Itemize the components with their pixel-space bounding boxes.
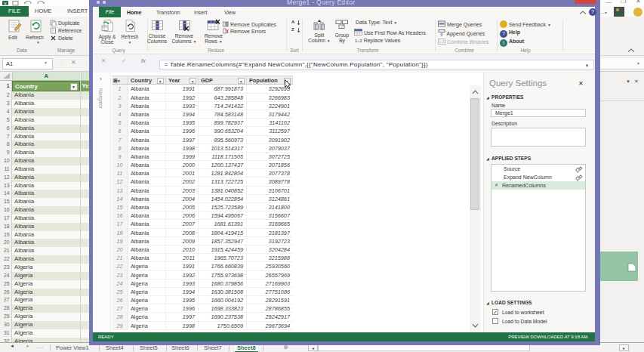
svg-text:X: X — [4, 2, 7, 6]
svg-text:1.0: 1.0 — [439, 40, 445, 44]
